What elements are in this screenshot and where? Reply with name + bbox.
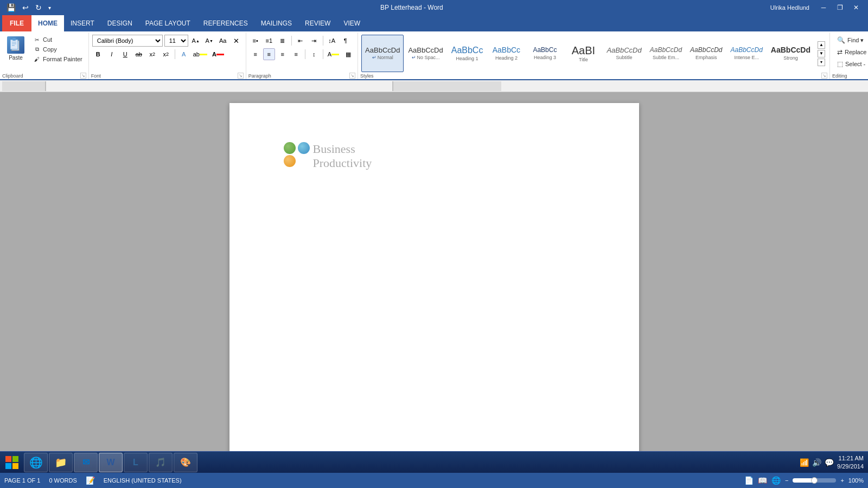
style-normal[interactable]: AaBbCcDd ↵ Normal [361, 35, 404, 72]
style-heading3[interactable]: AaBbCc Heading 3 [526, 35, 564, 72]
shading-button[interactable]: A [326, 48, 341, 60]
find-button[interactable]: 🔍 Find ▾ [833, 35, 867, 46]
styles-more[interactable]: ▾ [818, 59, 825, 66]
change-case-button[interactable]: Aа [217, 35, 229, 47]
minimize-button[interactable]: ─ [816, 2, 831, 14]
style-emphasis[interactable]: AaBbCcDd Emphasis [686, 35, 726, 72]
zoom-level[interactable]: 100% [848, 477, 864, 484]
taskbar-ie[interactable]: 🌐 [24, 453, 48, 472]
restore-button[interactable]: ❐ [832, 2, 847, 14]
web-layout-icon[interactable]: 🌐 [771, 476, 781, 485]
taskbar-word[interactable]: W [99, 453, 123, 472]
logo-line2: Productivity [313, 156, 372, 170]
grow-font-button[interactable]: A▲ [190, 35, 202, 47]
save-icon[interactable]: 💾 [4, 2, 18, 13]
redo-icon[interactable]: ↻ [33, 2, 44, 13]
cut-label: Cut [43, 36, 52, 43]
document-page[interactable]: Business Productivity [229, 103, 639, 473]
tab-view[interactable]: VIEW [337, 15, 367, 31]
notification-icon[interactable]: 💬 [825, 458, 834, 467]
copy-button[interactable]: ⧉ Copy [30, 44, 85, 54]
style-intense-emphasis[interactable]: AaBbCcDd Intense E... [726, 35, 766, 72]
zoom-out-button[interactable]: − [785, 477, 788, 484]
start-button[interactable] [2, 453, 22, 472]
font-size-select[interactable]: 11 [164, 35, 188, 47]
page-info[interactable]: PAGE 1 OF 1 [4, 477, 40, 484]
decrease-indent-button[interactable]: ⇤ [295, 35, 307, 47]
clear-formatting-button[interactable]: ✕ [231, 35, 242, 47]
cut-button[interactable]: ✂ Cut [30, 35, 85, 44]
window-title: BP Letterhead - Word [53, 4, 770, 11]
tab-references[interactable]: REFERENCES [197, 15, 254, 31]
word-count[interactable]: 0 WORDS [49, 477, 76, 484]
shrink-font-button[interactable]: A▼ [203, 35, 215, 47]
tab-mailings[interactable]: MAILINGS [254, 15, 298, 31]
style-subtle-emphasis[interactable]: AaBbCcDd Subtle Em... [646, 35, 686, 72]
undo-icon[interactable]: ↩ [20, 2, 31, 13]
tab-page-layout[interactable]: PAGE LAYOUT [139, 15, 197, 31]
text-highlight-button[interactable]: ab [192, 48, 209, 60]
taskbar-app5[interactable]: 🎵 [149, 453, 173, 472]
align-right-button[interactable]: ≡ [277, 48, 289, 60]
tab-file[interactable]: FILE [2, 15, 31, 31]
increase-indent-button[interactable]: ⇥ [308, 35, 320, 47]
style-strong[interactable]: AaBbCcDd Strong [767, 35, 814, 72]
sort-button[interactable]: ↕A [326, 35, 338, 47]
style-heading2[interactable]: AaBbCc Heading 2 [487, 35, 525, 72]
system-clock[interactable]: 11:21 AM 9/29/2014 [837, 454, 864, 470]
customize-icon[interactable]: ▾ [46, 4, 53, 12]
align-center-button[interactable]: ≡ [263, 48, 275, 60]
document-body[interactable] [284, 182, 600, 473]
paragraph-expand[interactable]: ↘ [349, 73, 355, 79]
language[interactable]: ENGLISH (UNITED STATES) [104, 477, 182, 484]
print-layout-icon[interactable]: 📄 [744, 476, 754, 485]
tab-insert[interactable]: INSERT [64, 15, 101, 31]
underline-button[interactable]: U [119, 48, 131, 60]
subscript-button[interactable]: x2 [146, 48, 158, 60]
taskbar-explorer[interactable]: 📁 [49, 453, 73, 472]
select-button[interactable]: ⬚ Select - [833, 59, 868, 69]
format-painter-button[interactable]: 🖌 Format Painter [30, 54, 85, 64]
taskbar-app6[interactable]: 🎨 [174, 453, 197, 472]
clipboard-expand[interactable]: ↘ [80, 73, 86, 79]
styles-scroll-down[interactable]: ▼ [818, 50, 825, 57]
taskbar-outlook[interactable]: ✉ [74, 453, 98, 472]
windows-logo [4, 455, 20, 470]
strikethrough-button[interactable]: ab [133, 48, 145, 60]
taskbar-lync[interactable]: L [124, 453, 148, 472]
style-title[interactable]: AaBI Title [564, 35, 602, 72]
line-spacing-button[interactable]: ↕ [308, 48, 320, 60]
font-expand[interactable]: ↘ [238, 73, 244, 79]
multilevel-button[interactable]: ≣ [277, 35, 289, 47]
justify-button[interactable]: ≡ [290, 48, 302, 60]
style-subtitle[interactable]: AaBbCcDd Subtitle [603, 35, 645, 72]
tab-home[interactable]: HOME [31, 15, 64, 31]
numbering-button[interactable]: ≡1 [263, 35, 275, 47]
font-name-select[interactable]: Calibri (Body) [92, 35, 163, 47]
superscript-button[interactable]: x2 [160, 48, 172, 60]
borders-button[interactable]: ▦ [342, 48, 354, 60]
network-icon[interactable]: 📶 [800, 458, 809, 467]
font-color-button[interactable]: A [210, 48, 226, 60]
paste-button[interactable]: Paste [3, 35, 28, 62]
close-button[interactable]: ✕ [848, 2, 864, 14]
proofing-icon[interactable]: 📝 [86, 476, 95, 485]
style-heading1[interactable]: AaBbCc Heading 1 [448, 35, 487, 72]
document-area[interactable]: Business Productivity [0, 92, 868, 473]
text-effects-button[interactable]: A [178, 48, 190, 60]
tab-design[interactable]: DESIGN [101, 15, 139, 31]
replace-button[interactable]: ⇄ Replace [833, 47, 868, 57]
volume-icon[interactable]: 🔊 [812, 458, 821, 467]
show-formatting-button[interactable]: ¶ [340, 35, 352, 47]
user-name[interactable]: Ulrika Hedlund [770, 4, 809, 11]
bullets-button[interactable]: ≡• [250, 35, 261, 47]
styles-scroll-up[interactable]: ▲ [818, 41, 825, 49]
read-mode-icon[interactable]: 📖 [758, 476, 767, 485]
tab-review[interactable]: REVIEW [298, 15, 337, 31]
styles-expand[interactable]: ↘ [821, 73, 827, 79]
style-no-spacing[interactable]: AaBbCcDd ↵ No Spac... [404, 35, 446, 72]
align-left-button[interactable]: ≡ [250, 48, 261, 60]
bold-button[interactable]: B [92, 48, 104, 60]
zoom-in-button[interactable]: + [840, 477, 844, 484]
italic-button[interactable]: I [106, 48, 118, 60]
